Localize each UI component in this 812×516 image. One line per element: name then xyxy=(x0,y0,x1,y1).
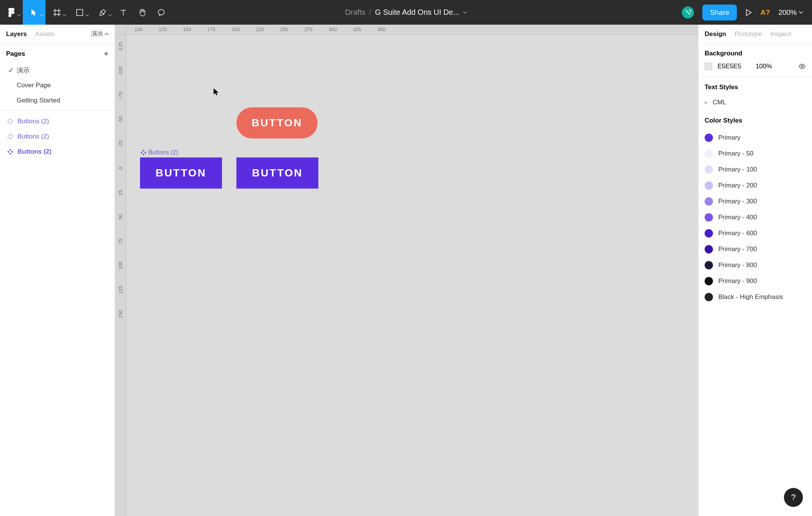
background-heading: Background xyxy=(705,50,806,57)
color-swatch xyxy=(705,277,713,285)
color-style-item[interactable]: Primary - 600 xyxy=(705,225,806,241)
color-styles-section: Color Styles PrimaryPrimary - 50Primary … xyxy=(699,111,812,312)
add-page-button[interactable]: + xyxy=(104,49,109,59)
frame-tool[interactable] xyxy=(46,0,68,25)
instance-icon xyxy=(7,118,14,125)
layers-list: Buttons (2) Buttons (2) Buttons (2) xyxy=(0,111,115,159)
share-button[interactable]: Share xyxy=(702,5,737,20)
figma-menu[interactable] xyxy=(0,0,23,25)
color-style-item[interactable]: Primary - 200 xyxy=(705,178,806,194)
pages-heading: Pages xyxy=(6,50,25,58)
frame-label[interactable]: Buttons (2) xyxy=(141,149,178,156)
page-item[interactable]: ✓ 演示 xyxy=(0,63,115,78)
color-style-label: Primary - 900 xyxy=(718,277,757,285)
tab-design[interactable]: Design xyxy=(705,30,726,38)
color-swatch xyxy=(705,293,713,301)
color-style-label: Primary - 600 xyxy=(718,230,757,237)
file-title[interactable]: G Suite Add Ons UI De... xyxy=(375,8,459,17)
tab-layers[interactable]: Layers xyxy=(6,30,27,38)
color-style-item[interactable]: Primary - 50 xyxy=(705,146,806,162)
color-style-item[interactable]: Primary - 100 xyxy=(705,162,806,178)
zoom-control[interactable]: 200% xyxy=(778,8,803,17)
svg-rect-1 xyxy=(77,9,83,16)
visibility-toggle[interactable] xyxy=(798,64,806,69)
background-opacity[interactable]: 100% xyxy=(755,63,772,70)
component-icon xyxy=(141,150,146,155)
comment-tool[interactable] xyxy=(152,0,171,25)
text-tool[interactable] xyxy=(114,0,133,25)
color-swatch xyxy=(705,149,713,158)
page-item[interactable]: Cover Page xyxy=(0,78,115,93)
svg-rect-10 xyxy=(141,151,143,154)
canvas-button-purple-2[interactable]: BUTTON xyxy=(236,157,318,189)
color-style-label: Primary - 400 xyxy=(718,214,757,221)
chevron-down-icon[interactable] xyxy=(463,11,467,14)
component-icon xyxy=(7,148,14,155)
page-selector-label: 演示 xyxy=(91,30,103,38)
avatar[interactable] xyxy=(682,6,694,19)
canvas[interactable]: BUTTON Buttons (2) BUTTON BUTTON xyxy=(126,35,698,516)
tab-assets[interactable]: Assets xyxy=(35,30,55,38)
left-panel: Layers Assets 演示 Pages + ✓ 演示 Cover Page xyxy=(0,25,115,516)
color-style-label: Primary - 100 xyxy=(718,166,757,173)
shape-tool[interactable] xyxy=(68,0,91,25)
left-panel-tabs: Layers Assets 演示 xyxy=(0,25,115,44)
canvas-button-coral[interactable]: BUTTON xyxy=(236,107,318,138)
color-style-item[interactable]: Primary - 800 xyxy=(705,257,806,273)
text-icon xyxy=(120,9,127,16)
hand-tool[interactable] xyxy=(133,0,152,25)
figma-logo-icon xyxy=(8,7,15,18)
text-styles-section: Text Styles ▶ CML xyxy=(699,77,812,111)
help-button[interactable]: ? xyxy=(784,488,803,507)
layer-item[interactable]: Buttons (2) xyxy=(0,129,115,144)
cursor-icon xyxy=(213,88,220,96)
color-style-item[interactable]: Primary - 300 xyxy=(705,194,806,209)
toolbar-right: Share A? 200% xyxy=(682,5,812,20)
page-selector[interactable]: 演示 xyxy=(91,30,109,38)
layer-label: Buttons (2) xyxy=(17,133,49,140)
background-swatch[interactable] xyxy=(705,63,712,70)
layer-item[interactable]: Buttons (2) xyxy=(0,144,115,159)
canvas-button-purple-1[interactable]: BUTTON xyxy=(140,157,222,189)
page-label: 演示 xyxy=(17,66,30,75)
svg-rect-11 xyxy=(144,151,146,154)
color-style-item[interactable]: Primary - 900 xyxy=(705,273,806,289)
tab-prototype[interactable]: Prototype xyxy=(735,30,762,38)
color-style-label: Primary xyxy=(718,134,741,142)
page-label: Cover Page xyxy=(17,82,51,89)
svg-point-0 xyxy=(11,11,14,14)
zoom-value: 200% xyxy=(778,8,797,17)
color-style-item[interactable]: Primary xyxy=(705,130,806,146)
color-swatch xyxy=(705,213,713,222)
comment-icon xyxy=(157,8,165,17)
breadcrumb[interactable]: Drafts / G Suite Add Ons UI De... xyxy=(345,8,467,17)
move-tool[interactable] xyxy=(23,0,46,25)
color-style-item[interactable]: Black - High Emphasis xyxy=(705,289,806,305)
check-icon: ✓ xyxy=(8,66,17,74)
missing-font-indicator[interactable]: A? xyxy=(760,8,770,17)
frame-icon xyxy=(53,9,61,16)
color-swatch xyxy=(705,197,713,206)
color-swatch xyxy=(705,181,713,190)
layer-item[interactable]: Buttons (2) xyxy=(0,114,115,129)
svg-rect-3 xyxy=(8,134,13,139)
text-style-label: CML xyxy=(713,99,726,106)
canvas-area[interactable]: 100 125 150 175 200 225 250 275 300 325 … xyxy=(115,25,698,516)
toolbar: Drafts / G Suite Add Ons UI De... Share … xyxy=(0,0,812,25)
help-icon: ? xyxy=(791,492,796,502)
tab-inspect[interactable]: Inspect xyxy=(770,30,791,38)
background-hex[interactable]: E5E5E5 xyxy=(718,63,741,70)
chevron-down-icon xyxy=(799,11,803,14)
drafts-link[interactable]: Drafts xyxy=(345,8,365,17)
pen-tool[interactable] xyxy=(91,0,114,25)
hand-icon xyxy=(138,8,146,17)
color-style-item[interactable]: Primary - 700 xyxy=(705,241,806,257)
svg-rect-2 xyxy=(8,119,13,124)
svg-rect-8 xyxy=(142,150,145,152)
ruler-vertical: -125 -100 -75 -50 -25 0 25 50 75 100 125… xyxy=(115,35,126,516)
present-button[interactable] xyxy=(745,9,752,16)
chevron-up-icon xyxy=(105,33,109,35)
page-item[interactable]: Getting Started xyxy=(0,93,115,108)
text-style-item[interactable]: ▶ CML xyxy=(705,96,806,109)
color-style-item[interactable]: Primary - 400 xyxy=(705,209,806,225)
